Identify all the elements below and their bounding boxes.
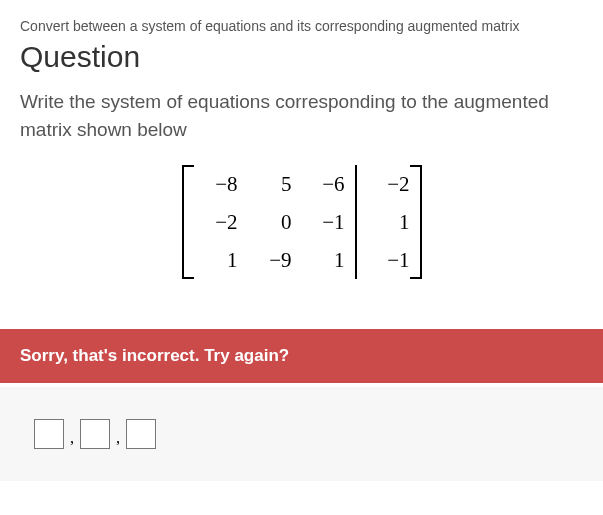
feedback-banner: Sorry, that's incorrect. Try again? xyxy=(0,329,603,383)
matrix-cell: 0 xyxy=(248,203,302,241)
matrix-cell: −1 xyxy=(302,203,356,241)
question-heading: Question xyxy=(20,40,583,74)
matrix-row: −8 5 −6 −2 xyxy=(194,165,410,203)
matrix-left-bracket xyxy=(182,165,194,279)
matrix-cell: 5 xyxy=(248,165,302,203)
topic-label: Convert between a system of equations an… xyxy=(20,18,583,34)
matrix-aug-cell: −1 xyxy=(356,241,410,279)
equation-input-3[interactable] xyxy=(126,419,156,449)
equation-input-2[interactable] xyxy=(80,419,110,449)
matrix-cell: −2 xyxy=(194,203,248,241)
matrix-right-bracket xyxy=(410,165,422,279)
matrix-row: 1 −9 1 −1 xyxy=(194,241,410,279)
matrix-aug-cell: 1 xyxy=(356,203,410,241)
answer-area: , , xyxy=(0,387,603,481)
matrix-table: −8 5 −6 −2 −2 0 −1 1 1 −9 1 −1 xyxy=(194,165,410,279)
matrix-row: −2 0 −1 1 xyxy=(194,203,410,241)
matrix-cell: 1 xyxy=(194,241,248,279)
matrix-aug-cell: −2 xyxy=(356,165,410,203)
equation-input-1[interactable] xyxy=(34,419,64,449)
matrix-cell: −6 xyxy=(302,165,356,203)
augmented-matrix: −8 5 −6 −2 −2 0 −1 1 1 −9 1 −1 xyxy=(20,165,583,279)
matrix-cell: 1 xyxy=(302,241,356,279)
separator: , xyxy=(114,429,122,447)
separator: , xyxy=(68,429,76,447)
question-prompt: Write the system of equations correspond… xyxy=(20,88,583,143)
matrix-cell: −8 xyxy=(194,165,248,203)
matrix-cell: −9 xyxy=(248,241,302,279)
